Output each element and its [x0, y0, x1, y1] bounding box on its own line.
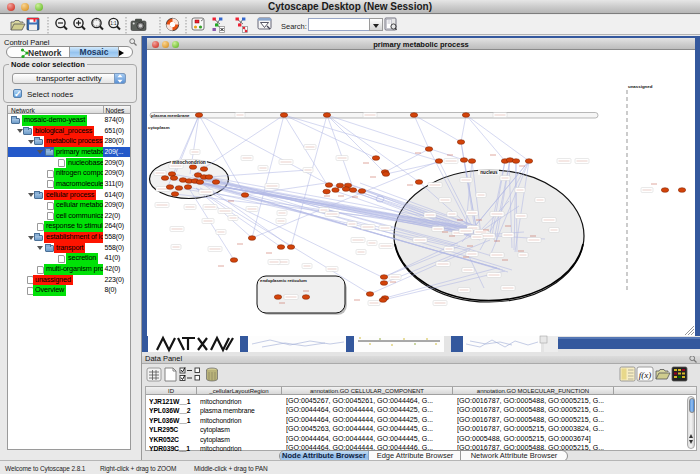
svg-text:unassigned: unassigned — [628, 84, 653, 89]
svg-text:cytoplasm: cytoplasm — [148, 125, 170, 130]
svg-text:nucleus: nucleus — [480, 170, 498, 175]
svg-text:1:1: 1:1 — [110, 21, 117, 26]
svg-text:plasma membrane: plasma membrane — [151, 113, 190, 118]
svg-text:f(x): f(x) — [639, 370, 652, 380]
svg-text:endoplasmic reticulum: endoplasmic reticulum — [260, 278, 307, 283]
svg-text:mitochondrion: mitochondrion — [172, 160, 206, 165]
